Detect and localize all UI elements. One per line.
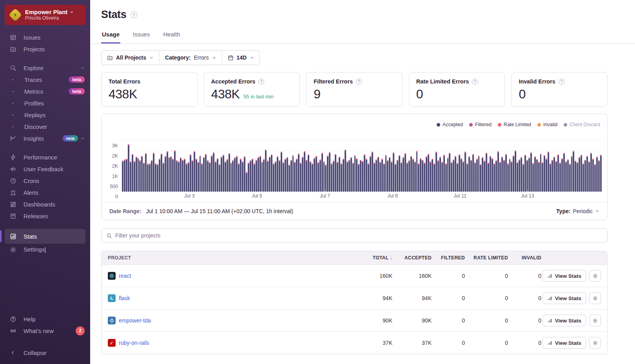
chart-bar[interactable] — [536, 159, 538, 192]
chart-bar[interactable] — [476, 159, 478, 192]
chart-bar[interactable] — [511, 161, 512, 192]
chart-bar[interactable] — [577, 162, 578, 192]
chart-bar[interactable] — [561, 158, 563, 192]
help-icon[interactable]: ? — [258, 79, 264, 85]
column-header-total[interactable]: TOTAL↓ — [349, 255, 392, 261]
chart-bar[interactable] — [579, 157, 580, 192]
chart-bar[interactable] — [490, 156, 491, 192]
chart-bar[interactable] — [507, 163, 509, 192]
chart-bar[interactable] — [329, 152, 330, 192]
tab-health[interactable]: Health — [162, 31, 181, 43]
chart-bar[interactable] — [188, 162, 189, 192]
chart-bar[interactable] — [331, 163, 332, 192]
chart-bar[interactable] — [497, 151, 499, 192]
chart-bar[interactable] — [354, 155, 356, 192]
chart-bar[interactable] — [408, 160, 410, 192]
chart-bar[interactable] — [493, 163, 495, 192]
chart-bar[interactable] — [439, 157, 441, 192]
chart-bar[interactable] — [149, 163, 151, 192]
chart-bar[interactable] — [279, 160, 280, 192]
help-icon[interactable]: ? — [356, 79, 362, 85]
chart-bar[interactable] — [441, 162, 443, 192]
chart-bar[interactable] — [588, 161, 590, 192]
column-header-invalid[interactable]: INVALID — [508, 255, 541, 261]
chart-bar[interactable] — [459, 154, 460, 192]
chart-bar[interactable] — [167, 151, 168, 192]
chart-bar[interactable] — [213, 152, 214, 192]
chart-bar[interactable] — [304, 151, 305, 192]
chart-bar[interactable] — [201, 163, 203, 192]
chart-bar[interactable] — [232, 160, 234, 192]
chart-bar[interactable] — [290, 160, 292, 192]
chart-bar[interactable] — [145, 153, 147, 192]
tab-usage[interactable]: Usage — [101, 31, 120, 43]
chart-bar[interactable] — [542, 162, 543, 192]
chart-bar[interactable] — [538, 162, 540, 192]
chart-bar[interactable] — [495, 160, 497, 192]
sidebar-item-releases[interactable]: Releases — [0, 210, 90, 222]
chart-bar[interactable] — [424, 163, 425, 192]
chart-bar[interactable] — [229, 153, 230, 192]
chart-bar[interactable] — [567, 159, 569, 192]
chart-bar[interactable] — [161, 154, 162, 192]
chart-bar[interactable] — [194, 151, 195, 192]
chart-bar[interactable] — [147, 164, 149, 192]
chart-bar[interactable] — [379, 162, 381, 192]
chart-bar[interactable] — [143, 163, 145, 192]
chart-bar[interactable] — [205, 154, 207, 192]
sidebar-item-help[interactable]: Help — [0, 313, 90, 325]
chart-bar[interactable] — [466, 163, 468, 192]
chart-bar[interactable] — [480, 164, 481, 192]
chart-bar[interactable] — [420, 158, 421, 192]
chart-bar[interactable] — [403, 157, 404, 192]
chart-bar[interactable] — [377, 157, 379, 192]
chart-bar[interactable] — [292, 155, 294, 192]
chart-bar[interactable] — [370, 156, 371, 192]
legend-item-client-discard[interactable]: Client Discard — [564, 122, 600, 127]
chart-bar[interactable] — [488, 163, 489, 192]
chart-bar[interactable] — [385, 155, 387, 192]
chart-bar[interactable] — [192, 160, 193, 192]
sidebar-item-whats-new[interactable]: What's new 2 — [0, 325, 90, 337]
sidebar-item-user-feedback[interactable]: User Feedback — [0, 163, 90, 175]
sidebar-item-projects[interactable]: Projects — [0, 43, 90, 55]
chart-bar[interactable] — [509, 159, 511, 192]
chart-bar[interactable] — [350, 157, 352, 192]
sidebar-item-traces[interactable]: Traces beta — [0, 74, 90, 85]
chart-bar[interactable] — [321, 153, 323, 192]
chart-bar[interactable] — [327, 156, 328, 192]
chart-bar[interactable] — [381, 159, 383, 192]
chart-bar[interactable] — [521, 157, 522, 192]
chart-bar[interactable] — [501, 157, 503, 192]
chart-bar[interactable] — [176, 160, 178, 192]
chart-bar[interactable] — [263, 159, 265, 192]
chart-bar[interactable] — [318, 162, 319, 192]
page-help-icon[interactable]: ? — [131, 11, 137, 18]
chart-bar[interactable] — [165, 156, 166, 192]
chart-bar[interactable] — [200, 156, 201, 192]
chart-bar[interactable] — [515, 150, 516, 192]
chart-bar[interactable] — [532, 163, 534, 192]
chart-bar[interactable] — [174, 150, 176, 192]
chart-bar[interactable] — [393, 152, 394, 192]
chart-bar[interactable] — [492, 158, 493, 192]
project-settings-button[interactable] — [589, 315, 601, 326]
chart-bar[interactable] — [157, 164, 158, 192]
chart-bar[interactable] — [472, 154, 474, 192]
chart-bar[interactable] — [139, 160, 141, 192]
chart-bar[interactable] — [387, 160, 388, 192]
chart-bar[interactable] — [582, 163, 584, 192]
chart-bar[interactable] — [575, 161, 576, 192]
chart-bar[interactable] — [449, 153, 450, 192]
chart-bar[interactable] — [186, 163, 187, 192]
chart-bar[interactable] — [437, 160, 439, 192]
chart-bar[interactable] — [325, 165, 327, 192]
chart-bar[interactable] — [277, 156, 278, 192]
chart-bar[interactable] — [546, 159, 547, 192]
sidebar-item-alerts[interactable]: Alerts — [0, 187, 90, 198]
chart-bar[interactable] — [275, 161, 276, 192]
column-header-rate-limited[interactable]: RATE LIMITED — [465, 255, 508, 261]
chart-bar[interactable] — [316, 156, 317, 192]
legend-item-rate-limited[interactable]: Rate Limited — [498, 122, 531, 127]
chart-bar[interactable] — [178, 161, 180, 192]
